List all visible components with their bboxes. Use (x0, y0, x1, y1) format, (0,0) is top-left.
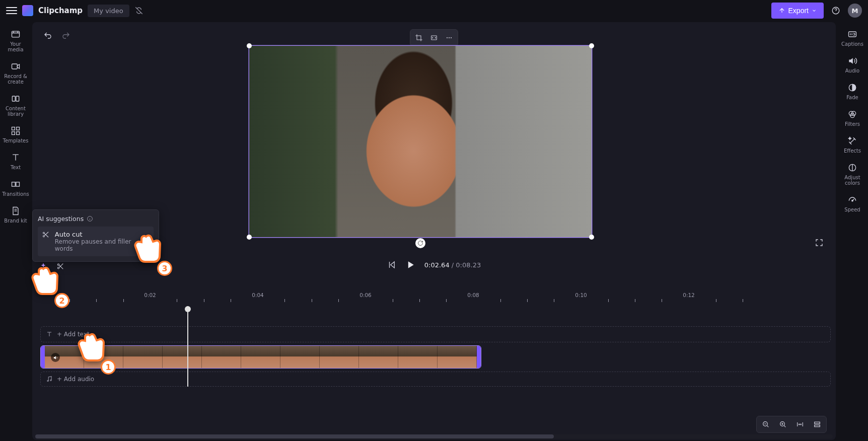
sidebar-item-brand-kit[interactable]: Brand kit (2, 203, 30, 228)
audio-track[interactable]: + Add audio (40, 372, 831, 387)
tick-label: 0:08 (467, 292, 479, 298)
svg-point-22 (50, 380, 51, 381)
transitions-icon (11, 179, 21, 189)
video-clip[interactable] (40, 345, 481, 369)
svg-point-12 (447, 37, 448, 38)
scrollbar-thumb[interactable] (35, 434, 554, 438)
crop-button[interactable] (412, 31, 426, 44)
sidebar-item-content-library[interactable]: Content library (2, 91, 30, 121)
sidebar-item-filters[interactable]: Filters (838, 106, 866, 131)
sidebar-item-audio[interactable]: Audio (838, 53, 866, 78)
sidebar-item-text[interactable]: Text (2, 150, 30, 174)
music-icon (46, 376, 53, 383)
cut-icon[interactable] (56, 262, 64, 270)
clip-handle-left[interactable] (41, 346, 45, 368)
tick-label: 0:04 (252, 292, 264, 298)
zoom-out-button[interactable] (758, 418, 773, 431)
fit-timeline-button[interactable] (792, 418, 808, 431)
help-icon (831, 6, 840, 15)
ai-sparkle-icon[interactable] (39, 262, 47, 270)
resize-handle-br[interactable] (589, 235, 594, 240)
resize-handle-bl[interactable] (247, 235, 252, 240)
rotate-handle[interactable] (415, 238, 425, 248)
text-icon (11, 153, 21, 163)
more-button[interactable] (442, 31, 456, 44)
play-icon[interactable] (405, 260, 415, 270)
adjust-icon (847, 163, 857, 173)
crop-icon (415, 34, 423, 42)
templates-icon (11, 126, 21, 136)
svg-point-20 (57, 267, 59, 269)
menu-icon[interactable] (6, 5, 17, 16)
playhead[interactable] (187, 306, 188, 387)
zoom-out-icon (762, 420, 770, 428)
preview-toolbar (410, 29, 458, 46)
clip-handle-right[interactable] (477, 346, 481, 368)
timeline-ruler[interactable]: 0:02 0:04 0:06 0:08 0:10 0:12 (40, 292, 831, 306)
sidebar-label: Speed (844, 207, 860, 212)
fit-width-icon (796, 420, 804, 428)
timeline-zoom-toolbar (756, 416, 827, 433)
effects-icon (847, 136, 857, 146)
info-icon[interactable] (87, 215, 93, 222)
sidebar-item-templates[interactable]: Templates (2, 123, 30, 148)
sidebar-label: Templates (3, 138, 29, 143)
clip-thumbnails (45, 346, 477, 368)
sidebar-label: Effects (844, 148, 861, 154)
preview-canvas[interactable] (249, 45, 592, 238)
video-frame (249, 46, 592, 237)
sidebar-label: Captions (841, 41, 863, 47)
sidebar-label: Filters (845, 121, 860, 127)
fit-button[interactable] (427, 31, 441, 44)
sidebar-label: Adjust colors (839, 175, 865, 186)
sidebar-item-effects[interactable]: Effects (838, 133, 866, 158)
add-audio-label: + Add audio (57, 376, 94, 383)
resize-handle-tl[interactable] (247, 43, 252, 48)
stage: AI suggestions Auto cut Remove pauses an… (32, 22, 836, 440)
svg-rect-4 (16, 96, 19, 101)
top-bar: Clipchamp My video Export M (0, 0, 868, 21)
sidebar-item-captions[interactable]: Captions (838, 26, 866, 51)
sidebar-item-record[interactable]: Record & create (2, 58, 30, 89)
fullscreen-button[interactable] (815, 238, 824, 249)
avatar[interactable]: M (848, 4, 862, 18)
filters-icon (847, 109, 857, 119)
svg-rect-26 (815, 425, 820, 426)
audio-icon (847, 56, 857, 66)
sidebar-item-transitions[interactable]: Transitions (2, 176, 30, 201)
sidebar-item-fade[interactable]: Fade (838, 80, 866, 104)
help-button[interactable] (829, 4, 843, 18)
zoom-in-icon (779, 420, 787, 428)
export-button[interactable]: Export (771, 3, 824, 19)
ai-option-auto-cut[interactable]: Auto cut Remove pauses and filler words (38, 227, 154, 256)
svg-rect-8 (17, 132, 20, 135)
sidebar-item-speed[interactable]: Speed (838, 192, 866, 216)
sidebar-label: Record & create (3, 74, 29, 85)
rotate-icon (417, 240, 423, 246)
preview-area: AI suggestions Auto cut Remove pauses an… (32, 22, 836, 254)
media-icon (11, 29, 21, 39)
fit-icon (430, 34, 438, 42)
sidebar-item-your-media[interactable]: Your media (2, 26, 30, 56)
text-track[interactable]: + Add text (40, 326, 831, 342)
undo-icon[interactable] (43, 31, 52, 40)
time-duration: 0:08.23 (456, 261, 481, 269)
clip-audio-icon[interactable] (51, 353, 60, 362)
svg-point-18 (45, 268, 46, 269)
expand-tracks-button[interactable] (810, 418, 825, 431)
sidebar-label: Content library (3, 106, 29, 117)
ai-option-title: Auto cut (55, 231, 150, 238)
project-title[interactable]: My video (88, 5, 129, 17)
skip-start-icon[interactable] (387, 260, 396, 269)
scissors-icon (42, 231, 50, 239)
sidebar-item-adjust-colors[interactable]: Adjust colors (838, 160, 866, 190)
zoom-in-button[interactable] (775, 418, 790, 431)
video-track[interactable] (40, 345, 831, 369)
svg-point-17 (43, 236, 44, 237)
right-sidebar: Captions Audio Fade Filters Effects Adju… (837, 21, 868, 441)
svg-rect-6 (17, 127, 20, 130)
redo-icon[interactable] (61, 31, 70, 40)
resize-handle-tr[interactable] (589, 43, 594, 48)
speaker-icon (53, 355, 58, 360)
timeline-scrollbar[interactable] (35, 434, 833, 438)
